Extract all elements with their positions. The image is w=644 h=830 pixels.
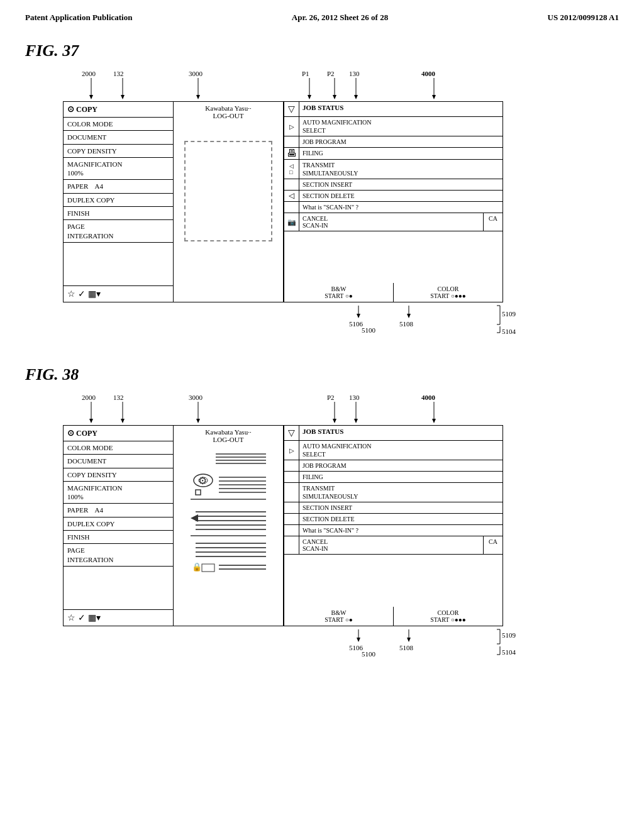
check-icon-37: ✓ [78,289,86,299]
fig38-right-section: ▽ JOB STATUS ▷ AUTO MAGNIFICATIONSELECT … [284,426,502,626]
fig37-filing-text: FILING [299,148,502,159]
fig38-arrow-sec-del [284,514,299,524]
fig38-copy-title: ⊙ COPY [64,426,173,441]
fig38-section-insert: SECTION INSERT [284,502,502,514]
svg-marker-11 [354,95,358,99]
fig37-duplex: DUPLEX COPY [64,194,173,207]
fig37-section-insert: SECTION INSERT [284,179,502,191]
fig37-section-delete-text: SECTION DELETE [299,191,502,201]
fig37-auto-mag-text: AUTO MAGNIFICATIONSELECT [299,117,502,136]
fig37-arrow-auto: ▷ [284,117,299,136]
header-middle: Apr. 26, 2012 Sheet 26 of 28 [292,13,388,23]
fig37-section-delete: ◁ SECTION DELETE [284,191,502,202]
copy-icon-37: ⊙ [67,104,74,114]
fig37-copy-title: ⊙ COPY [64,102,173,118]
fig37-arrow-sec-del: ◁ [284,191,299,201]
fig37-transmit-text: TRANSMITSIMULTANEOUSLY [299,160,502,179]
fig38-scan-in: What is "SCAN-IN" ? [284,525,502,536]
svg-rect-42 [196,490,201,495]
fig37-refs-bottom: 5106 5108 5109 5104 5100 [63,302,503,334]
header-right: US 2012/0099128 A1 [548,13,619,23]
fig37-cancel-row: 📷 CANCELSCAN-IN CA [284,213,502,231]
fig37-paper: PAPER A4 [64,180,173,193]
fig38-left-panel: ⊙ COPY COLOR MODE DOCUMENT COPY DENSITY … [64,426,174,626]
fig37-scan-in-text: What is "SCAN-IN" ? [299,202,502,213]
fig37-color-start[interactable]: COLORSTART ○●●● [394,283,502,302]
fig38-cancel-btn[interactable]: CANCELSCAN-IN [299,536,484,554]
ref-5109-37: 5109 [502,310,516,318]
fig37-scan-in: What is "SCAN-IN" ? [284,202,502,213]
star-icon-38: ☆ [67,612,75,623]
fig38-document: DOCUMENT [64,455,173,468]
fig38-filing: FILING [284,472,502,483]
svg-marker-3 [121,95,125,99]
fig38-transmit-text: TRANSMITSIMULTANEOUSLY [299,483,502,502]
ref-5106-38: 5106 [349,644,363,651]
fig38-color-start[interactable]: COLORSTART ○●●● [394,607,502,626]
fig37-ca-btn[interactable]: CA [484,213,502,231]
fig37-filing: 🖶 FILING [284,148,502,160]
fig37-scroll-down: ▽ [284,102,299,116]
fig37-user: Kawabata Yasu··LOG-OUT [205,104,251,119]
svg-marker-26 [121,419,125,423]
fig38-color-mode: COLOR MODE [64,441,173,455]
fig37-page-integration: PAGEINTEGRATION [64,220,173,243]
ref-5106-37: 5106 [349,320,363,328]
svg-marker-32 [354,419,358,423]
fig37-magnification: MAGNIFICATION100% [64,158,173,180]
fig37-arrow-scan [284,202,299,213]
fig37-arrow-job [284,136,299,147]
fig37-start-buttons: B&WSTART ○● COLORSTART ○●●● [284,283,502,302]
fig38-arrow-auto: ▷ [284,441,299,460]
fig37-cancel-btn[interactable]: CANCELSCAN-IN [299,213,484,231]
fig38-paper: PAPER A4 [64,504,173,517]
fig38-refs-top: 2000 132 3000 P2 130 4000 [63,390,503,425]
fig37-copy-label: COPY [76,105,97,114]
fig37-refs-top: 2000 132 3000 P1 P2 130 4000 [63,67,503,101]
fig38-arrow-scan [284,525,299,536]
fig38-footer: ☆ ✓ ▦▾ [64,609,173,626]
fig37-ui-diagram: ⊙ COPY COLOR MODE DOCUMENT COPY DENSITY … [63,101,503,302]
fig38-filing-text: FILING [299,472,502,482]
ref-5108-37: 5108 [399,320,413,328]
fig38-section-delete: SECTION DELETE [284,514,502,525]
svg-marker-20 [357,314,360,318]
fig38-bottom-svg [63,626,503,658]
fig37-bottom-svg [63,302,503,334]
fig37-section-insert-text: SECTION INSERT [299,179,502,190]
fig38-transmit: TRANSMITSIMULTANEOUSLY [284,483,502,502]
fig37-camera-icon: 📷 [284,213,299,231]
fig37-document: DOCUMENT [64,131,173,144]
figure-37-container: FIG. 37 2000 132 3000 P1 P2 130 4000 [25,42,619,334]
fig37-job-status-row: ▽ JOB STATUS [284,102,502,117]
fig38-arrow-sec-ins [284,502,299,513]
fig37-auto-mag: ▷ AUTO MAGNIFICATIONSELECT [284,117,502,136]
fig38-job-program-text: JOB PROGRAM [299,460,502,471]
ref-5104-37: 5104 [502,328,516,335]
fig38-refs-bottom: 5106 5108 5109 5104 5100 [63,626,503,658]
fig38-illustration: ⚙ [184,449,272,587]
svg-marker-22 [407,314,411,318]
fig38-ca-btn[interactable]: CA [484,536,502,554]
fig38-page-integration: PAGEINTEGRATION [64,544,173,567]
fig37-color-mode: COLOR MODE [64,118,173,131]
fig37-right-section: ▽ JOB STATUS ▷ AUTO MAGNIFICATIONSELECT … [284,102,502,302]
ref-5104-38: 5104 [502,648,516,656]
fig38-illus-svg: ⚙ [184,449,272,587]
fig37-left-panel: ⊙ COPY COLOR MODE DOCUMENT COPY DENSITY … [64,102,174,302]
fig38-title: FIG. 38 [25,365,619,384]
fig38-cam-icon [284,536,299,554]
ref-5109-38: 5109 [502,631,516,639]
fig38-arrow-transmit [284,483,299,502]
patent-header: Patent Application Publication Apr. 26, … [25,13,619,23]
fig38-middle-panel: Kawabata Yasu··LOG-OUT ⚙ [174,426,284,626]
copy-icon-38: ⊙ [67,428,74,438]
fig37-bw-start[interactable]: B&WSTART ○● [284,283,394,302]
fig38-bw-start[interactable]: B&WSTART ○● [284,607,394,626]
ref-5100-37: 5100 [362,326,375,334]
fig38-job-status: JOB STATUS [299,426,502,440]
fig37-dashed-content [184,141,272,241]
fig37-transmit: ◁□ TRANSMITSIMULTANEOUSLY [284,160,502,179]
fig38-copy-label: COPY [76,429,97,438]
fig38-scroll-down: ▽ [284,426,299,440]
